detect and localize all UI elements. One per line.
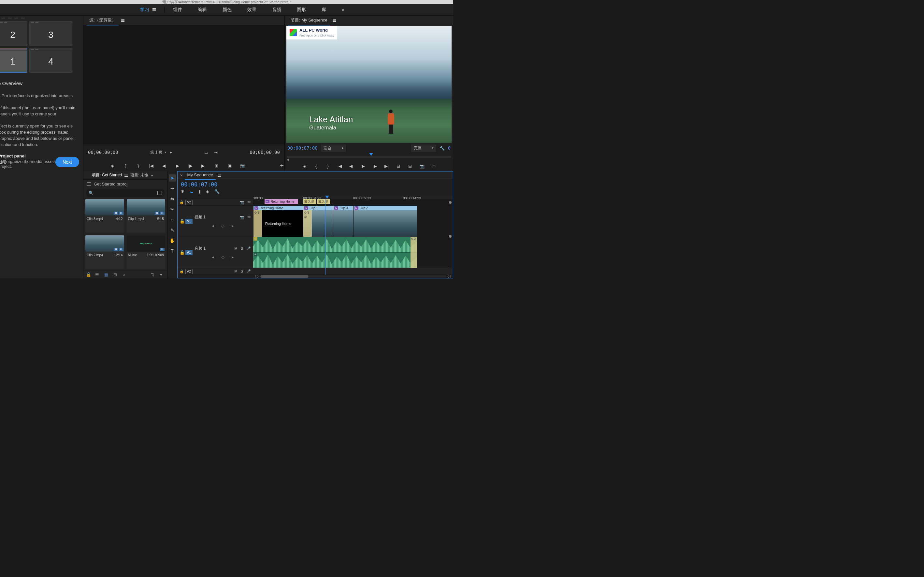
workspace-tab[interactable]: 图形: [297, 7, 306, 13]
sort-icon[interactable]: ⇅: [151, 272, 156, 277]
mark-in-icon[interactable]: ◈: [110, 163, 115, 168]
marker-icon[interactable]: ◈: [302, 163, 307, 169]
lock-icon[interactable]: 🔒: [180, 269, 183, 274]
track-tag[interactable]: V1: [185, 219, 193, 224]
track-header-a1[interactable]: 🔒 A1 音频 1 MS🎤 ◂◇▸: [178, 237, 253, 268]
workspace-tab[interactable]: 库: [321, 7, 326, 13]
playhead-line[interactable]: [325, 199, 326, 275]
clip[interactable]: fxClip 3: [333, 206, 353, 237]
clip[interactable]: fxReturning Home Returning Home交叉: [253, 206, 303, 237]
step-back-icon[interactable]: ◀|: [162, 163, 167, 168]
track-header-a2[interactable]: 🔒 A2 MS🎤: [178, 268, 253, 275]
out-bracket-icon[interactable]: }: [326, 163, 331, 169]
close-tab-icon[interactable]: ×: [180, 173, 183, 178]
solo-toggle[interactable]: S: [241, 269, 243, 274]
workspace-tab[interactable]: 编辑: [198, 7, 207, 13]
project-item[interactable]: ▦H Clip 3.mp44:12: [85, 199, 124, 233]
play-icon[interactable]: ▶: [175, 163, 180, 168]
source-timecode-left[interactable]: 00;00;00;00: [88, 150, 118, 155]
panel-menu-icon[interactable]: [333, 19, 336, 22]
lock-icon[interactable]: 🔒: [180, 219, 183, 224]
solo-toggle[interactable]: S: [241, 247, 243, 251]
extract-icon[interactable]: ⊞: [408, 163, 413, 169]
lock-icon[interactable]: 🔓: [86, 272, 91, 277]
program-tab[interactable]: 节目: My Sequence: [288, 15, 330, 26]
hamburger-icon[interactable]: [153, 8, 156, 11]
clip[interactable]: fxClip 2: [353, 206, 417, 237]
overwrite-icon[interactable]: ▣: [227, 163, 232, 168]
insert-icon[interactable]: ⊞: [214, 163, 219, 168]
export-frame-icon[interactable]: 📷: [419, 163, 424, 169]
track-tag[interactable]: A2: [185, 269, 193, 274]
voiceover-icon[interactable]: 🎤: [246, 269, 251, 274]
next-button[interactable]: Next: [55, 157, 79, 167]
ripple-edit-tool-icon[interactable]: ⇆: [169, 195, 176, 202]
fit-icon[interactable]: ▭: [204, 150, 208, 155]
project-item[interactable]: ⁓⁓H Music1:05:10909: [127, 235, 166, 269]
zoom-grip-right[interactable]: [448, 275, 451, 278]
chevron-down-icon[interactable]: ▾: [160, 272, 164, 277]
pen-tool-icon[interactable]: ✎: [169, 227, 176, 234]
transition[interactable]: 交叉: [254, 210, 262, 237]
resolution-dropdown[interactable]: 完整▾: [411, 144, 436, 152]
add-kf-icon[interactable]: ◇: [221, 223, 225, 228]
next-kf-icon[interactable]: ▸: [231, 223, 234, 228]
workspace-tab[interactable]: 效果: [247, 7, 256, 13]
goto-out-icon[interactable]: ▶|: [384, 163, 389, 169]
project-tab[interactable]: 项目: Get Started: [92, 172, 122, 178]
voiceover-icon[interactable]: 🎤: [246, 247, 251, 251]
next-kf-icon[interactable]: ▸: [231, 255, 234, 259]
bin-icon[interactable]: [87, 182, 91, 186]
timeline-zoom-scroll[interactable]: [253, 275, 453, 278]
eye-icon[interactable]: 👁: [247, 215, 251, 219]
workspace-tab[interactable]: 组件: [173, 7, 182, 13]
panel-menu-icon[interactable]: [218, 174, 221, 177]
source-viewport[interactable]: [84, 26, 284, 144]
page-dropdown[interactable]: 第 1 页▾▸: [150, 150, 172, 155]
source-tab[interactable]: 源:（无剪辑）: [87, 15, 119, 26]
program-timecode[interactable]: 00:00:07:00: [288, 145, 318, 151]
clip[interactable]: fxClip 1 交叉溶: [303, 206, 333, 237]
sequence-tab[interactable]: My Sequence: [185, 171, 216, 180]
prev-kf-icon[interactable]: ◂: [212, 223, 214, 228]
mute-toggle[interactable]: M: [234, 269, 237, 274]
prev-kf-icon[interactable]: ◂: [212, 255, 214, 259]
icon-view-icon[interactable]: ▦: [104, 272, 109, 277]
panel-menu-icon[interactable]: [121, 19, 124, 22]
workspace-tab[interactable]: 颜色: [223, 7, 231, 13]
track-tag[interactable]: V2: [185, 200, 193, 205]
play-icon[interactable]: ▶: [361, 163, 366, 169]
workspace-overflow[interactable]: »: [342, 7, 344, 12]
mark-out-bracket-icon[interactable]: }: [136, 163, 141, 168]
wrench-icon[interactable]: 🔧: [440, 145, 445, 151]
goto-in-icon[interactable]: |◀: [337, 163, 342, 169]
audio-fade[interactable]: 恒定: [411, 237, 417, 268]
transition-clip[interactable]: 交叉溶: [317, 199, 330, 205]
settings-icon[interactable]: 🔧: [214, 189, 220, 194]
project-item[interactable]: ▦H Clip 1.mp45:15: [127, 199, 166, 233]
lock-icon[interactable]: 🔒: [180, 250, 183, 255]
transition[interactable]: 交叉溶: [303, 210, 312, 237]
step-fwd-icon[interactable]: |▶: [373, 163, 378, 169]
track-area[interactable]: fxReturning Home 交叉溶 交叉溶 fxReturning Hom…: [253, 199, 453, 275]
slip-tool-icon[interactable]: ↔: [169, 216, 176, 223]
scroll-thumb[interactable]: [260, 275, 309, 278]
export-frame-icon[interactable]: 📷: [240, 163, 245, 168]
learn-thumb[interactable]: 3: [29, 21, 72, 46]
mark-in-bracket-icon[interactable]: {: [123, 163, 128, 168]
zoom-slider-icon[interactable]: ○: [122, 272, 127, 277]
new-bin-icon[interactable]: [157, 191, 162, 195]
project-item[interactable]: ▦H Clip 2.mp412:14: [85, 235, 124, 269]
project-search[interactable]: 🔍: [86, 189, 164, 197]
hand-tool-icon[interactable]: ✋: [169, 237, 176, 244]
audio-clip[interactable]: fx L R 恒定: [253, 237, 417, 268]
lift-icon[interactable]: ⊟: [396, 163, 401, 169]
lock-icon[interactable]: 🔒: [180, 200, 183, 205]
razor-tool-icon[interactable]: ✂: [169, 206, 176, 213]
mute-icon[interactable]: 📷: [239, 215, 244, 219]
clip[interactable]: fxReturning Home: [264, 199, 298, 205]
audio-track-a2[interactable]: [253, 268, 453, 275]
type-tool-icon[interactable]: T: [169, 247, 176, 255]
learn-thumb[interactable]: 1: [0, 48, 27, 73]
add-kf-icon[interactable]: ◇: [221, 255, 225, 259]
